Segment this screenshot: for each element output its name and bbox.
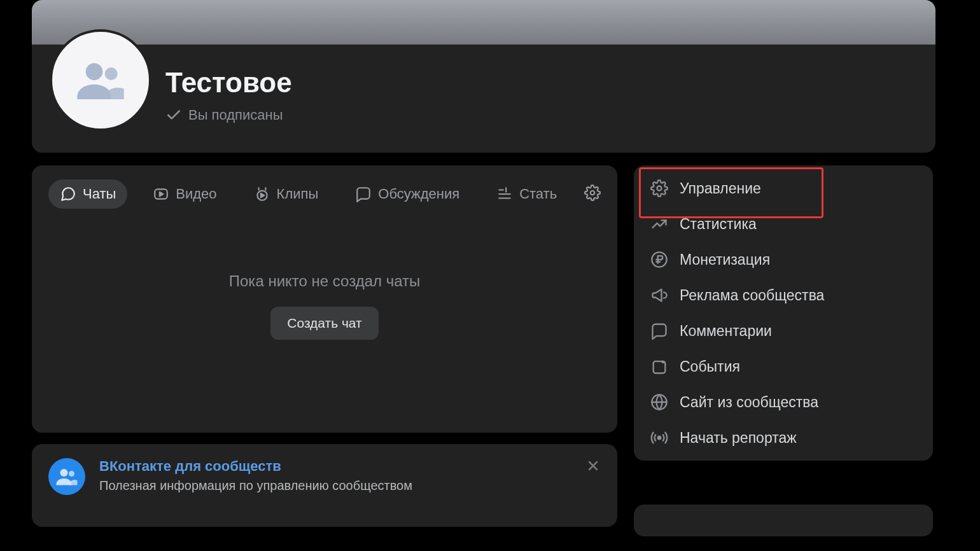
sidebar-item-label: Сайт из сообщества	[680, 394, 818, 411]
tab-discussions[interactable]: Обсуждения	[344, 179, 471, 209]
tabs-settings-button[interactable]	[584, 185, 601, 204]
sidebar-item-live[interactable]: Начать репортаж	[634, 420, 933, 456]
cover-band	[32, 0, 935, 45]
play-icon	[153, 186, 169, 202]
svg-point-6	[591, 191, 595, 195]
check-icon	[165, 107, 182, 123]
sidebar-item-label: Начать репортаж	[680, 429, 797, 447]
tab-label: Видео	[176, 186, 216, 202]
sidebar-item-website[interactable]: Сайт из сообщества	[634, 384, 933, 420]
subscribed-label: Вы подписаны	[188, 107, 283, 123]
group-icon	[75, 55, 126, 106]
tab-label: Клипы	[277, 186, 319, 202]
svg-point-1	[105, 67, 118, 80]
megaphone-icon	[650, 286, 668, 304]
tab-articles[interactable]: Стать	[485, 179, 568, 209]
tab-video[interactable]: Видео	[141, 179, 228, 209]
comment-icon	[650, 322, 668, 340]
main-content-card: Чаты Видео Клипы	[32, 165, 617, 433]
svg-point-8	[69, 471, 74, 477]
subscribed-status[interactable]: Вы подписаны	[165, 107, 283, 123]
article-icon	[496, 186, 513, 202]
sidebar-secondary-card	[634, 505, 933, 536]
sidebar-item-monetization[interactable]: Монетизация	[634, 242, 933, 277]
svg-point-17	[658, 436, 661, 440]
empty-state-text: Пока никто не создал чаты	[48, 272, 601, 290]
tab-label: Стать	[519, 186, 557, 202]
header-panel	[32, 45, 935, 153]
chart-icon	[650, 215, 668, 233]
broadcast-icon	[650, 429, 668, 447]
promo-subtitle: Полезная информация по управлению сообще…	[99, 478, 412, 493]
svg-marker-3	[160, 192, 163, 197]
close-icon	[585, 458, 601, 473]
promo-avatar[interactable]	[48, 458, 85, 495]
sidebar-item-manage[interactable]: Управление	[634, 171, 933, 206]
sidebar-item-label: Статистика	[680, 216, 757, 233]
group-icon	[55, 465, 78, 488]
sidebar-item-ads[interactable]: Реклама сообщества	[634, 277, 933, 313]
gear-icon	[584, 185, 601, 201]
tab-label: Чаты	[83, 186, 116, 202]
sidebar-item-label: Управление	[680, 180, 761, 197]
clips-icon	[254, 186, 270, 202]
sidebar-item-label: Реклама сообщества	[680, 287, 824, 304]
svg-point-11	[657, 186, 662, 191]
promo-card: ВКонтакте для сообществ Полезная информа…	[32, 444, 617, 527]
gear-icon	[650, 179, 668, 197]
chat-icon	[60, 186, 76, 202]
tab-label: Обсуждения	[378, 186, 459, 202]
svg-point-0	[86, 63, 103, 80]
sidebar-item-stats[interactable]: Статистика	[634, 206, 933, 242]
create-chat-button[interactable]: Создать чат	[270, 307, 378, 340]
community-avatar[interactable]	[50, 29, 151, 131]
globe-icon	[650, 393, 668, 411]
svg-point-14	[662, 361, 665, 364]
promo-title[interactable]: ВКонтакте для сообществ	[99, 458, 412, 475]
svg-marker-5	[260, 193, 263, 198]
sidebar-item-comments[interactable]: Комментарии	[634, 313, 933, 349]
tab-chats[interactable]: Чаты	[48, 179, 127, 209]
promo-close-button[interactable]	[585, 458, 601, 478]
calendar-icon	[650, 358, 668, 375]
ruble-icon	[650, 251, 668, 269]
sidebar-menu: Управление Статистика Монетизация Реклам…	[634, 165, 933, 461]
comment-icon	[355, 186, 372, 202]
sidebar-item-label: Комментарии	[680, 323, 772, 340]
tab-row: Чаты Видео Клипы	[48, 179, 601, 209]
sidebar-item-label: Монетизация	[680, 251, 770, 269]
svg-point-7	[60, 469, 68, 477]
sidebar-item-label: События	[680, 358, 740, 375]
community-title: Тестовое	[165, 67, 292, 99]
sidebar-item-events[interactable]: События	[634, 349, 933, 384]
tab-clips[interactable]: Клипы	[242, 179, 330, 209]
empty-state: Пока никто не создал чаты Создать чат	[48, 272, 601, 340]
